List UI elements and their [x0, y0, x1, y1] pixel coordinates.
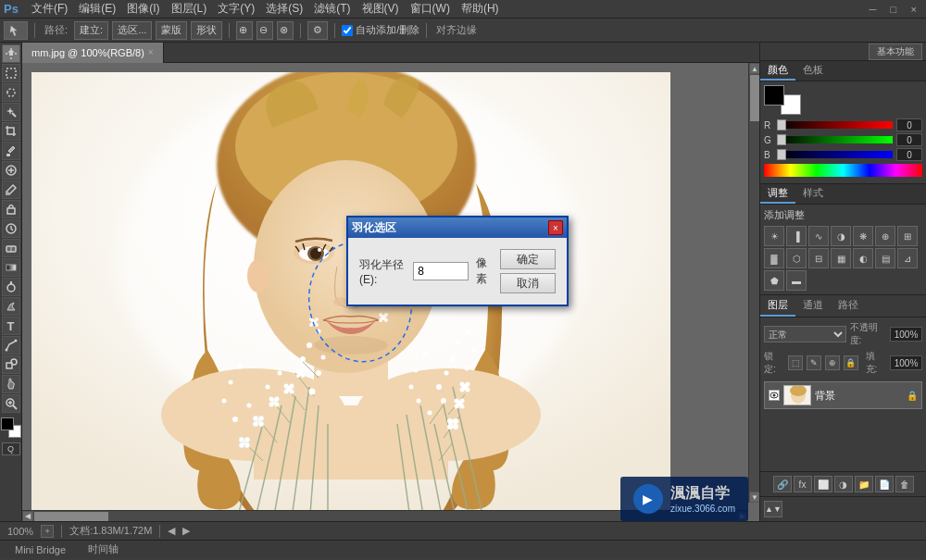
feather-ok-btn[interactable]: 确定 [500, 249, 556, 269]
green-value-input[interactable] [896, 133, 922, 146]
red-slider-thumb[interactable] [777, 119, 786, 131]
tool-magic-wand[interactable] [2, 103, 20, 121]
menu-type[interactable]: 文字(Y) [212, 1, 260, 17]
basic-function-btn[interactable]: 基本功能 [869, 44, 922, 60]
image-canvas[interactable]: 羽化选区 × 羽化半径(E): 像素 确定 取消 [31, 72, 670, 521]
adj-threshold[interactable]: ⊿ [897, 248, 918, 268]
adj-hue-sat[interactable]: ⊕ [875, 226, 895, 246]
tool-lasso[interactable] [2, 83, 20, 102]
toolbar-icon-1[interactable]: ⊕ [236, 21, 253, 40]
adj-gradient-map[interactable]: ▬ [786, 270, 807, 291]
menu-image[interactable]: 图像(I) [121, 1, 165, 17]
adj-channel-mixer[interactable]: ⊟ [808, 248, 829, 268]
swatch-tab[interactable]: 色板 [795, 61, 831, 81]
new-layer-btn[interactable]: 📄 [875, 476, 894, 492]
layer-item-background[interactable]: 背景 🔒 [764, 381, 922, 409]
color-spectrum-bar[interactable] [764, 164, 922, 177]
scroll-down-btn[interactable]: ▼ [749, 492, 759, 503]
layer-visibility-eye[interactable] [769, 390, 780, 401]
tool-move[interactable] [2, 44, 20, 63]
menu-select[interactable]: 选择(S) [260, 1, 308, 17]
adj-curves[interactable]: ∿ [808, 226, 829, 246]
tool-dodge[interactable] [2, 278, 20, 296]
adj-selective-color[interactable]: ⬟ [764, 270, 784, 291]
menu-help[interactable]: 帮助(H) [456, 1, 505, 17]
delete-layer-btn[interactable]: 🗑 [895, 476, 914, 492]
scroll-thumb-horizontal[interactable] [34, 512, 108, 521]
active-document-tab[interactable]: mm.jpg @ 100%(RGB/8) × [22, 43, 164, 63]
lock-transparent-btn[interactable]: ⬚ [788, 355, 803, 370]
scroll-up-btn[interactable]: ▲ [749, 63, 759, 74]
mini-bridge-tab[interactable]: Mini Bridge [7, 542, 73, 557]
fg-color-swatch[interactable] [764, 85, 784, 106]
window-close[interactable]: × [906, 4, 922, 15]
tool-eyedropper[interactable] [2, 142, 20, 160]
toolbar-icon-3[interactable]: ⊗ [277, 21, 294, 40]
toolbar-auto-add-checkbox[interactable] [342, 25, 353, 36]
adj-exposure[interactable]: ◑ [831, 226, 851, 246]
window-restore[interactable]: □ [885, 4, 903, 15]
canvas-scrollbar-vertical[interactable]: ▲ ▼ [748, 63, 759, 503]
tool-text[interactable]: T [2, 317, 20, 335]
scroll-thumb-vertical[interactable] [750, 75, 759, 121]
green-slider-track[interactable] [777, 136, 893, 143]
feather-cancel-btn[interactable]: 取消 [500, 273, 556, 293]
menu-view[interactable]: 视图(V) [357, 1, 405, 17]
paths-tab[interactable]: 路径 [831, 295, 866, 317]
tool-pen[interactable] [2, 297, 20, 316]
blue-slider-track[interactable] [777, 151, 893, 158]
toolbar-shape-btn[interactable]: 形状 [191, 21, 222, 40]
menu-filter[interactable]: 滤镜(T) [308, 1, 356, 17]
tool-gradient[interactable] [2, 258, 20, 277]
window-minimize[interactable]: ─ [863, 4, 882, 15]
tool-stamp[interactable] [2, 200, 20, 218]
layer-style-btn[interactable]: fx [794, 476, 812, 492]
timeline-tab[interactable]: 时间轴 [81, 541, 126, 558]
menu-window[interactable]: 窗口(W) [405, 1, 456, 17]
quick-mask-mode[interactable]: Q [2, 442, 20, 455]
fill-input[interactable] [890, 355, 922, 370]
tool-zoom[interactable] [2, 394, 20, 413]
tool-path-select[interactable] [2, 336, 20, 355]
lock-all-btn[interactable]: 🔒 [844, 355, 858, 370]
blue-slider-thumb[interactable] [777, 149, 786, 160]
green-slider-thumb[interactable] [777, 134, 786, 145]
nav-prev-btn[interactable]: ◀ [168, 525, 175, 537]
adj-brightness[interactable]: ☀ [764, 226, 784, 246]
adj-invert[interactable]: ◐ [853, 248, 873, 268]
link-layers-btn[interactable]: 🔗 [773, 476, 792, 492]
tool-hand[interactable] [2, 375, 20, 393]
menu-edit[interactable]: 编辑(E) [73, 1, 121, 17]
tab-close-btn[interactable]: × [148, 47, 154, 57]
toolbar-build-btn[interactable]: 建立: [74, 21, 108, 40]
adj-bw[interactable]: ▓ [764, 248, 784, 268]
add-mask-btn[interactable]: ⬜ [814, 476, 832, 492]
adj-posterize[interactable]: ▤ [875, 248, 895, 268]
tool-crop[interactable] [2, 122, 20, 141]
toolbar-gear-btn[interactable]: ⚙ [307, 21, 328, 40]
tool-history[interactable] [2, 219, 20, 238]
blue-value-input[interactable] [896, 148, 922, 161]
tool-eraser[interactable] [2, 239, 20, 257]
style-tab[interactable]: 样式 [795, 184, 831, 204]
adj-tab[interactable]: 调整 [760, 184, 795, 204]
channels-tab[interactable]: 通道 [795, 295, 831, 317]
adj-photo-filter[interactable]: ⬡ [786, 248, 807, 268]
lock-pixels-btn[interactable]: ✎ [807, 355, 821, 370]
tool-heal[interactable] [2, 161, 20, 180]
new-group-btn[interactable]: 📁 [855, 476, 873, 492]
new-adjustment-btn[interactable]: ◑ [834, 476, 853, 492]
opacity-input[interactable] [890, 327, 922, 342]
tool-shape[interactable] [2, 355, 20, 374]
layer-mode-select[interactable]: 正常 [764, 326, 846, 342]
toolbar-select-btn[interactable]: 选区... [112, 21, 152, 40]
panel-nav-arrows[interactable]: ▲▼ [764, 501, 782, 517]
color-tab[interactable]: 颜色 [760, 61, 795, 81]
lock-position-btn[interactable]: ⊕ [825, 355, 840, 370]
foreground-black[interactable] [1, 417, 14, 430]
feather-radius-input[interactable] [413, 262, 469, 280]
menu-layer[interactable]: 图层(L) [166, 1, 213, 17]
adj-color-balance[interactable]: ⊞ [897, 226, 918, 246]
layers-tab[interactable]: 图层 [760, 295, 795, 317]
zoom-in-btn[interactable]: + [41, 525, 54, 538]
